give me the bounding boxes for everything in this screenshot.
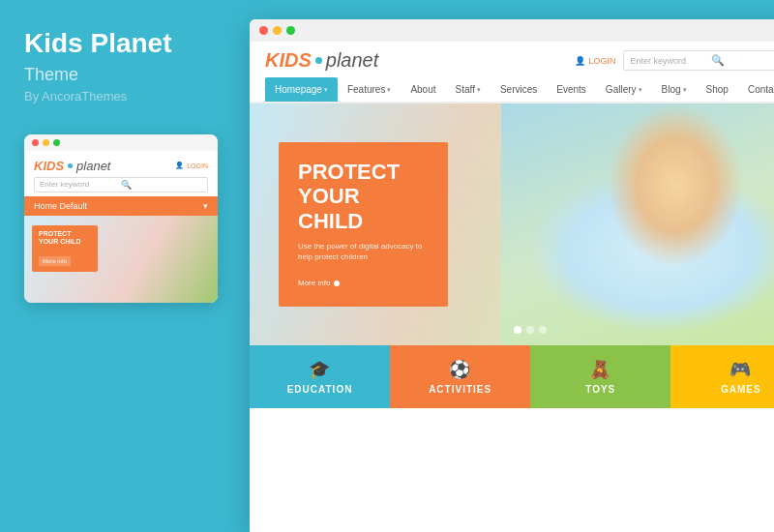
education-icon: 🎓 [309, 359, 331, 380]
activities-label: ACTIVITIES [429, 384, 491, 395]
hero-card-title: PROTECT YOUR CHILD [298, 160, 429, 233]
nav-staff-chevron: ▾ [477, 86, 481, 94]
site-header: KIDS planet 👤 LOGIN Enter keyword 🔍 [250, 42, 774, 103]
hero-card: PROTECT YOUR CHILD Use the power of digi… [279, 142, 448, 307]
category-card-activities[interactable]: ⚽ ACTIVITIES [390, 345, 530, 408]
nav-staff-label: Staff [456, 84, 475, 95]
app-author: By AncoraThemes [24, 89, 216, 103]
site-search-icon[interactable]: 🔍 [711, 54, 774, 67]
hero-dot-3[interactable] [539, 326, 547, 334]
nav-gallery-label: Gallery [606, 84, 637, 95]
nav-features-chevron: ▾ [387, 86, 391, 94]
site-logo: KIDS planet [265, 49, 378, 72]
site-header-right: 👤 LOGIN Enter keyword 🔍 [575, 50, 774, 71]
app-title: Kids Planet [24, 29, 216, 59]
site-search-placeholder: Enter keyword [630, 56, 707, 66]
mobile-hero-title: PROTECT YOUR CHILD [39, 230, 91, 247]
nav-item-staff[interactable]: Staff ▾ [446, 77, 491, 102]
hero-slider-dots [514, 326, 547, 334]
browser-window: KIDS planet 👤 LOGIN Enter keyword 🔍 [250, 19, 774, 532]
hero-child-image [501, 103, 774, 345]
mobile-search-row[interactable]: Enter keyword 🔍 [34, 177, 208, 192]
mobile-dot-red [32, 139, 39, 146]
hero-card-button[interactable]: More info [298, 279, 340, 287]
nav-item-features[interactable]: Features ▾ [338, 77, 401, 102]
mobile-nav-chevron: ▾ [203, 201, 208, 211]
nav-blog-label: Blog [662, 84, 681, 95]
mobile-dot-green [53, 139, 60, 146]
browser-dot-red [259, 26, 268, 35]
nav-item-gallery[interactable]: Gallery ▾ [596, 77, 652, 102]
site-login-label: LOGIN [588, 56, 615, 66]
mobile-logo-dot [68, 163, 73, 168]
games-icon: 🎮 [729, 359, 752, 380]
hero-dot-1[interactable] [514, 326, 521, 334]
mobile-nav[interactable]: Home Default ▾ [24, 196, 218, 216]
site-planet-text: planet [326, 49, 379, 72]
mobile-hero-btn[interactable]: More info [39, 256, 71, 266]
nav-item-blog[interactable]: Blog ▾ [652, 77, 697, 102]
nav-about-label: About [410, 84, 435, 95]
nav-shop-label: Shop [706, 84, 729, 95]
mobile-dot-yellow [43, 139, 49, 146]
nav-item-homepage[interactable]: Homepage ▾ [265, 77, 338, 102]
mobile-logo-row: KIDS planet 👤 LOGIN [34, 159, 208, 173]
games-label: GAMES [721, 384, 761, 395]
nav-gallery-chevron: ▾ [639, 86, 642, 94]
mobile-login-label: LOGIN [187, 163, 208, 169]
mobile-mockup: KIDS planet 👤 LOGIN Enter keyword 🔍 Home… [24, 134, 218, 303]
mobile-hero: PROTECT YOUR CHILD More info [24, 216, 218, 303]
mobile-search-icon: 🔍 [121, 180, 202, 190]
category-card-education[interactable]: 🎓 EDUCATION [250, 345, 390, 408]
site-categories: 🎓 EDUCATION ⚽ ACTIVITIES 🧸 TOYS 🎮 GAMES [250, 345, 774, 408]
mobile-header: KIDS planet 👤 LOGIN Enter keyword 🔍 [24, 151, 218, 196]
education-label: EDUCATION [287, 384, 353, 395]
browser-dot-green [286, 26, 295, 35]
nav-item-shop[interactable]: Shop [697, 77, 738, 102]
mobile-login-icon: 👤 [175, 162, 184, 169]
toys-icon: 🧸 [589, 359, 611, 380]
hero-btn-label: More info [298, 279, 330, 287]
hero-dot-2[interactable] [526, 326, 534, 334]
nav-homepage-chevron: ▾ [324, 86, 328, 94]
site-hero: PROTECT YOUR CHILD Use the power of digi… [250, 103, 774, 345]
nav-features-label: Features [347, 84, 385, 95]
app-subtitle: Theme [24, 65, 216, 85]
mobile-kids-text: KIDS [34, 159, 64, 173]
nav-homepage-label: Homepage [275, 84, 322, 95]
left-panel: Kids Planet Theme By AncoraThemes KIDS p… [0, 0, 240, 532]
hero-photo-simulation [501, 103, 774, 345]
nav-contacts-label: Contacts [748, 84, 774, 95]
site-search-box[interactable]: Enter keyword 🔍 [623, 50, 774, 71]
category-card-toys[interactable]: 🧸 TOYS [530, 345, 670, 408]
mobile-login-area: 👤 LOGIN [175, 162, 208, 169]
nav-item-events[interactable]: Events [547, 77, 596, 102]
browser-titlebar [250, 19, 774, 42]
nav-item-contacts[interactable]: Contacts [738, 77, 774, 102]
site-nav: Homepage ▾ Features ▾ About Staff ▾ Serv… [265, 77, 774, 102]
hero-card-subtitle: Use the power of digital advocacy to hel… [298, 241, 429, 262]
site-logo-dot [315, 57, 322, 64]
site-login-area[interactable]: 👤 LOGIN [575, 56, 615, 66]
site-kids-text: KIDS [265, 49, 312, 72]
mobile-titlebar [24, 134, 218, 151]
site-login-icon: 👤 [575, 56, 585, 66]
mobile-nav-label: Home Default [34, 201, 87, 211]
nav-item-services[interactable]: Services [491, 77, 547, 102]
right-panel: KIDS planet 👤 LOGIN Enter keyword 🔍 [240, 0, 774, 532]
mobile-planet-text: planet [76, 159, 110, 173]
mobile-logo: KIDS planet [34, 159, 110, 173]
nav-blog-chevron: ▾ [683, 86, 687, 94]
mobile-search-placeholder: Enter keyword [40, 180, 121, 189]
nav-events-label: Events [556, 84, 586, 95]
toys-label: TOYS [585, 384, 615, 395]
nav-services-label: Services [500, 84, 537, 95]
activities-icon: ⚽ [449, 359, 471, 380]
hero-btn-dot [334, 281, 340, 286]
nav-item-about[interactable]: About [401, 77, 445, 102]
browser-dot-yellow [273, 26, 282, 35]
site-header-top: KIDS planet 👤 LOGIN Enter keyword 🔍 [265, 49, 774, 72]
mobile-hero-card: PROTECT YOUR CHILD More info [32, 225, 98, 272]
category-card-games[interactable]: 🎮 GAMES [670, 345, 774, 408]
